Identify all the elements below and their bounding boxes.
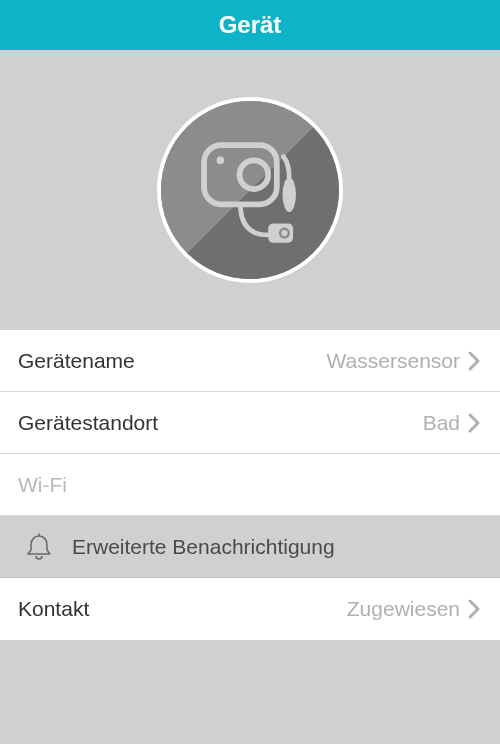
chevron-right-icon xyxy=(466,351,482,371)
settings-list: Gerätename Wassersensor Gerätestandort B… xyxy=(0,330,500,640)
chevron-right-icon xyxy=(466,413,482,433)
contact-value: Zugewiesen xyxy=(347,597,460,621)
advanced-notification-label: Erweiterte Benachrichtigung xyxy=(72,535,335,559)
page-title: Gerät xyxy=(219,11,282,39)
svg-point-5 xyxy=(283,178,296,212)
device-location-row[interactable]: Gerätestandort Bad xyxy=(0,392,500,454)
wifi-row: Wi-Fi xyxy=(0,454,500,516)
contact-label: Kontakt xyxy=(18,597,89,621)
contact-row[interactable]: Kontakt Zugewiesen xyxy=(0,578,500,640)
device-name-value: Wassersensor xyxy=(327,349,460,373)
svg-point-2 xyxy=(217,157,225,165)
header: Gerät xyxy=(0,0,500,50)
advanced-notification-row[interactable]: Erweiterte Benachrichtigung xyxy=(0,516,500,578)
chevron-right-icon xyxy=(466,599,482,619)
wifi-label: Wi-Fi xyxy=(18,473,67,497)
device-image-area xyxy=(0,50,500,330)
device-icon[interactable] xyxy=(157,97,343,283)
svg-point-1 xyxy=(239,160,268,189)
water-sensor-icon xyxy=(161,101,339,279)
device-name-row[interactable]: Gerätename Wassersensor xyxy=(0,330,500,392)
device-location-value: Bad xyxy=(423,411,460,435)
bell-icon xyxy=(22,530,56,564)
device-location-label: Gerätestandort xyxy=(18,411,158,435)
device-name-label: Gerätename xyxy=(18,349,135,373)
